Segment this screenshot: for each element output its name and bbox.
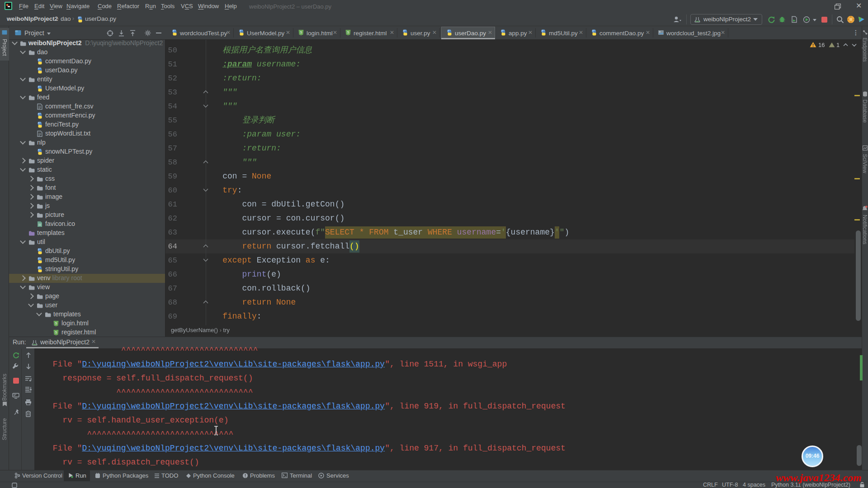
svg-text:5: 5	[347, 31, 349, 34]
svg-text:5: 5	[300, 31, 302, 34]
svg-text:5: 5	[55, 322, 57, 325]
svg-text:5: 5	[55, 331, 57, 334]
